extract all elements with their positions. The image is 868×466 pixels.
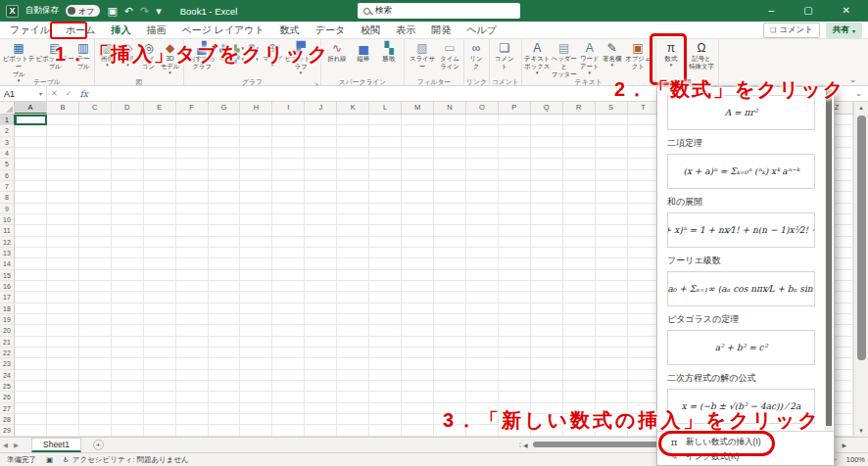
cell-D13[interactable] <box>112 248 144 258</box>
cell-S15[interactable] <box>596 270 628 281</box>
cell-G4[interactable] <box>209 148 241 159</box>
cell-S17[interactable] <box>596 292 628 303</box>
cell-S25[interactable] <box>596 381 628 392</box>
cell-R24[interactable] <box>563 370 596 381</box>
cell-S10[interactable] <box>596 214 628 225</box>
tab-formulas[interactable]: 数式 <box>272 22 308 39</box>
cell-H13[interactable] <box>240 248 272 258</box>
cell-G11[interactable] <box>209 225 241 236</box>
cell-J15[interactable] <box>305 270 337 281</box>
cell-F20[interactable] <box>176 325 209 336</box>
cell-P6[interactable] <box>499 170 531 181</box>
cell-C1[interactable] <box>79 115 112 125</box>
cell-H29[interactable] <box>240 425 272 436</box>
cell-F27[interactable] <box>176 403 209 414</box>
cell-T21[interactable] <box>628 337 660 348</box>
cell-E17[interactable] <box>144 292 176 303</box>
cell-M2[interactable] <box>402 125 434 136</box>
cell-O1[interactable] <box>466 115 499 125</box>
cell-D28[interactable] <box>112 414 144 425</box>
tab-review[interactable]: 校閲 <box>353 22 388 39</box>
cell-I25[interactable] <box>272 381 305 392</box>
equation-panel-scrollbar-thumb[interactable] <box>826 89 832 426</box>
cell-A7[interactable] <box>15 181 47 192</box>
row-header-15[interactable]: 15 <box>0 270 15 281</box>
cell-A22[interactable] <box>15 348 47 358</box>
cell-T24[interactable] <box>628 370 660 381</box>
cell-L3[interactable] <box>369 137 402 148</box>
cell-J23[interactable] <box>305 358 337 369</box>
cell-Q12[interactable] <box>531 237 563 248</box>
tab-help[interactable]: ヘルプ <box>458 22 505 39</box>
column-header-K[interactable]: K <box>337 102 369 114</box>
cell-S12[interactable] <box>596 237 628 248</box>
cell-D18[interactable] <box>112 303 144 314</box>
column-header-R[interactable]: R <box>563 102 596 114</box>
cell-C16[interactable] <box>79 281 112 292</box>
cell-D1[interactable] <box>112 115 144 125</box>
cell-O2[interactable] <box>466 125 499 136</box>
cell-S3[interactable] <box>596 137 628 148</box>
cell-C24[interactable] <box>79 370 112 381</box>
cell-P26[interactable] <box>499 392 531 402</box>
row-header-29[interactable]: 29 <box>0 425 15 436</box>
cell-O5[interactable] <box>466 159 499 169</box>
cell-D2[interactable] <box>112 125 144 136</box>
cell-R21[interactable] <box>563 337 596 348</box>
cell-A14[interactable] <box>15 258 47 269</box>
row-header-1[interactable]: 1 <box>0 115 15 125</box>
cell-Q14[interactable] <box>531 258 563 269</box>
cell-D26[interactable] <box>112 392 144 402</box>
cell-K19[interactable] <box>337 314 369 325</box>
close-icon[interactable]: ✕ <box>843 6 850 16</box>
cell-B12[interactable] <box>47 237 79 248</box>
row-header-10[interactable]: 10 <box>0 214 15 225</box>
cell-D15[interactable] <box>112 270 144 281</box>
cell-L13[interactable] <box>369 248 402 258</box>
cell-M18[interactable] <box>402 303 434 314</box>
cell-G16[interactable] <box>209 281 241 292</box>
cell-K10[interactable] <box>337 214 369 225</box>
column-header-A[interactable]: A <box>15 102 47 114</box>
maximize-icon[interactable]: ▢ <box>803 6 812 16</box>
row-header-8[interactable]: 8 <box>0 192 15 203</box>
cell-J26[interactable] <box>305 392 337 402</box>
cell-E2[interactable] <box>144 125 176 136</box>
cell-E28[interactable] <box>144 414 176 425</box>
cell-J29[interactable] <box>305 425 337 436</box>
cell-H10[interactable] <box>240 214 272 225</box>
equation-panel-scrollbar[interactable] <box>825 88 833 431</box>
cell-R4[interactable] <box>563 148 596 159</box>
cell-T10[interactable] <box>628 214 660 225</box>
cell-I27[interactable] <box>272 403 305 414</box>
cell-P2[interactable] <box>499 125 531 136</box>
cell-O3[interactable] <box>466 137 499 148</box>
cell-D10[interactable] <box>112 214 144 225</box>
cell-A9[interactable] <box>15 204 47 214</box>
cell-F21[interactable] <box>176 337 209 348</box>
cell-E3[interactable] <box>144 137 176 148</box>
cell-E14[interactable] <box>144 258 176 269</box>
cell-A17[interactable] <box>15 292 47 303</box>
cell-D3[interactable] <box>112 137 144 148</box>
cell-R22[interactable] <box>563 348 596 358</box>
sheet-tab-sheet1[interactable]: Sheet1 <box>31 438 81 452</box>
cell-H15[interactable] <box>240 270 272 281</box>
cell-Q25[interactable] <box>531 381 563 392</box>
cell-F15[interactable] <box>176 270 209 281</box>
cell-E13[interactable] <box>144 248 176 258</box>
cell-M25[interactable] <box>402 381 434 392</box>
cell-O13[interactable] <box>466 248 499 258</box>
cell-T14[interactable] <box>628 258 660 269</box>
cell-I11[interactable] <box>272 225 305 236</box>
cell-F13[interactable] <box>176 248 209 258</box>
cell-D5[interactable] <box>112 159 144 169</box>
cell-M23[interactable] <box>402 358 434 369</box>
cell-J21[interactable] <box>305 337 337 348</box>
cell-A18[interactable] <box>15 303 47 314</box>
cell-F19[interactable] <box>176 314 209 325</box>
cell-F5[interactable] <box>176 159 209 169</box>
cell-I3[interactable] <box>272 137 305 148</box>
cell-R10[interactable] <box>563 214 596 225</box>
cell-J18[interactable] <box>305 303 337 314</box>
